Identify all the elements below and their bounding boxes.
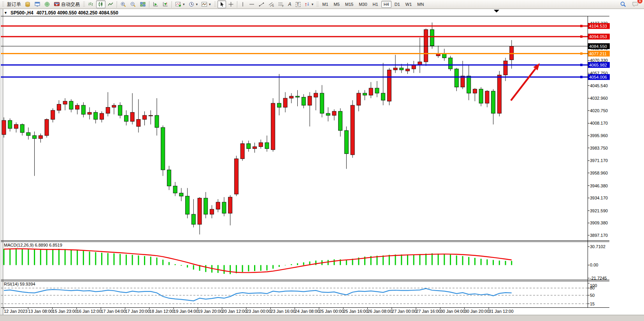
toolbar-grip[interactable] (83, 1, 85, 7)
svg-text:23 Jan 00:00: 23 Jan 00:00 (246, 309, 271, 314)
cursor-arrow-icon (219, 2, 225, 7)
vertical-line-tool-button[interactable] (239, 0, 247, 8)
timeframe-H4[interactable]: H4 (381, 1, 391, 8)
svg-text:F: F (282, 5, 284, 7)
auto-trading-button[interactable]: 自动交易 (52, 0, 81, 8)
periods-button[interactable]: ▾ (187, 0, 200, 8)
navigator-radar-icon (44, 2, 50, 7)
mt4-application: 新订单 自动交易 (0, 0, 644, 321)
chart-dropdown-icon[interactable]: ▼ (4, 11, 7, 15)
svg-text:50: 50 (590, 293, 595, 298)
dropdown-caret-icon[interactable]: ▾ (183, 2, 185, 6)
candlestick-mode-button[interactable] (96, 0, 105, 8)
auto-trading-icon (54, 2, 60, 7)
text-label-tool-button[interactable]: T (294, 0, 302, 8)
svg-text:3995.960: 3995.960 (590, 133, 608, 138)
gold-coins-icon (25, 2, 31, 7)
main-toolbar: 新订单 自动交易 (0, 0, 644, 9)
equidistant-channel-icon: E (268, 2, 274, 7)
timeframe-M1[interactable]: M1 (320, 1, 330, 8)
svg-text:4094.053: 4094.053 (589, 34, 607, 39)
vertical-line-icon (240, 2, 245, 7)
line-chart-icon (107, 2, 114, 7)
chart-symbol-timeframe: SP500-,H4 (11, 10, 33, 16)
chart-shift-button[interactable] (161, 0, 170, 8)
svg-text:80: 80 (590, 286, 595, 290)
zoom-out-button[interactable] (128, 0, 138, 8)
text-label-icon: T (296, 2, 300, 7)
svg-text:31 Jan 12:00: 31 Jan 12:00 (489, 309, 514, 314)
auto-scroll-icon (153, 2, 159, 7)
tile-windows-button[interactable] (138, 0, 147, 8)
timeframe-MN[interactable]: MN (415, 1, 426, 8)
new-order-button[interactable]: 新订单 (5, 0, 23, 8)
horizontal-line-icon (249, 2, 255, 7)
dropdown-caret-icon[interactable]: ▾ (312, 2, 314, 6)
price-chart-canvas[interactable]: 4107.3304082.5404070.3304057.7504045.540… (0, 0, 644, 321)
svg-text:25 Jan 16:00: 25 Jan 16:00 (343, 309, 368, 314)
svg-text:12 Jan 2023: 12 Jan 2023 (4, 309, 28, 314)
svg-text:24 Jan 08:00: 24 Jan 08:00 (295, 309, 320, 314)
arrows-tool-button[interactable]: ▾ (302, 0, 315, 8)
timeframe-H1[interactable]: H1 (370, 1, 381, 8)
svg-text:15: 15 (590, 302, 595, 306)
market-watch-button[interactable] (33, 0, 42, 8)
svg-text:4045.540: 4045.540 (590, 83, 608, 88)
time-axis: 12 Jan 202313 Jan 08:0015 Jan 23:0016 Ja… (4, 308, 514, 314)
toolbar-grip[interactable] (316, 1, 318, 7)
fibonacci-icon: F (278, 2, 284, 7)
svg-text:17 Jan 04:00: 17 Jan 04:00 (101, 309, 126, 314)
horizontal-line-tool-button[interactable] (247, 0, 256, 8)
timeframe-M30[interactable]: M30 (356, 1, 369, 8)
zoom-in-icon (120, 2, 126, 7)
crosshair-icon (228, 2, 234, 7)
svg-text:4032.960: 4032.960 (590, 96, 608, 101)
svg-text:E: E (272, 5, 274, 7)
candlestick-icon (98, 2, 104, 7)
auto-scroll-button[interactable] (151, 0, 160, 8)
toolbar-grip[interactable] (2, 1, 4, 7)
svg-text:3921.590: 3921.590 (590, 208, 608, 213)
charts-profile-button[interactable] (23, 0, 32, 8)
timeframe-D1[interactable]: D1 (392, 1, 402, 8)
zoom-in-button[interactable] (119, 0, 128, 8)
fibonacci-tool-button[interactable]: F (276, 0, 286, 8)
svg-text:30 Jan 20:00: 30 Jan 20:00 (465, 309, 490, 314)
auto-trading-label: 自动交易 (61, 1, 80, 8)
bar-chart-mode-button[interactable] (86, 0, 96, 8)
macd-indicator-label: MACD(12,26,9) 6.8890 6.8519 (4, 243, 62, 247)
chart-frame (0, 9, 644, 321)
crosshair-button[interactable] (226, 0, 235, 8)
market-watch-icon (34, 2, 40, 7)
search-button[interactable] (618, 0, 628, 8)
svg-text:19 Jan 20:00: 19 Jan 20:00 (198, 309, 223, 314)
clock-icon (188, 2, 195, 7)
trendline-icon (258, 2, 265, 7)
svg-text:18 Jan 12:00: 18 Jan 12:00 (149, 309, 174, 314)
svg-text:30.7102: 30.7102 (590, 244, 605, 249)
add-indicator-icon (175, 2, 181, 7)
indicators-button[interactable]: ▾ (174, 0, 186, 8)
svg-text:3971.170: 3971.170 (590, 158, 608, 163)
svg-text:19 Jan 04:00: 19 Jan 04:00 (174, 309, 198, 314)
svg-text:4084.550: 4084.550 (589, 44, 607, 49)
zoom-out-icon (130, 2, 136, 7)
dropdown-caret-icon[interactable]: ▾ (209, 2, 211, 6)
cursor-button[interactable] (218, 0, 226, 8)
timeframe-M15[interactable]: M15 (343, 1, 356, 8)
chart-shift-icon (162, 2, 168, 7)
svg-text:20 Jan 12:00: 20 Jan 12:00 (222, 309, 247, 314)
svg-text:3909.380: 3909.380 (590, 220, 608, 225)
text-tool-button[interactable]: A (286, 0, 294, 8)
navigator-button[interactable] (42, 0, 52, 8)
svg-text:27 Jan 16:00: 27 Jan 16:00 (416, 309, 441, 314)
templates-button[interactable]: ▾ (200, 0, 212, 8)
line-chart-mode-button[interactable] (106, 0, 115, 8)
dropdown-caret-icon[interactable]: ▾ (196, 2, 198, 6)
toolbar-grip[interactable] (214, 1, 216, 7)
trendline-tool-button[interactable] (257, 0, 266, 8)
timeframe-M5[interactable]: M5 (332, 1, 342, 8)
equidistant-channel-tool-button[interactable]: E (267, 0, 276, 8)
timeframe-W1[interactable]: W1 (403, 1, 414, 8)
svg-text:-21.7245: -21.7245 (590, 276, 607, 280)
